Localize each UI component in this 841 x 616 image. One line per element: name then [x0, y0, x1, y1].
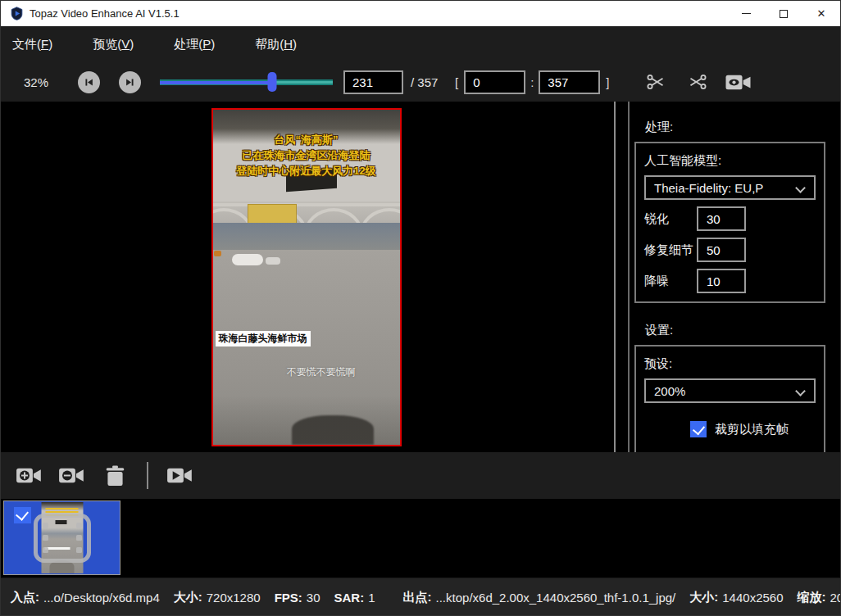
clip-thumbnail[interactable] [3, 500, 120, 575]
app-logo-icon [10, 7, 24, 20]
split-clip-button[interactable] [685, 72, 711, 92]
trim-start-button[interactable] [643, 72, 668, 92]
fps-value: 30 [307, 591, 320, 605]
timeline-toolbar: 32% / 357 [ : ] [1, 62, 840, 102]
preset-value: 200% [654, 384, 685, 398]
window-controls: ✕ [727, 1, 840, 26]
window-title: Topaz Video Enhance AI V1.5.1 [30, 7, 180, 20]
scissors-split-icon [685, 72, 711, 92]
output-size-value: 1440x2560 [722, 591, 783, 605]
skip-to-start-button[interactable] [78, 71, 100, 93]
scene-billboard [248, 204, 297, 224]
preview-button[interactable] [725, 72, 752, 93]
crop-to-fill-label: 裁剪以填充帧 [715, 422, 789, 437]
out-point-value: ...ktop/x6d_2.00x_1440x2560_thf-1.0.1_jp… [436, 591, 676, 605]
title-bar: Topaz Video Enhance AI V1.5.1 ✕ [1, 1, 840, 26]
scale-value: 200% [830, 591, 840, 605]
status-bar: 入点: ...o/Desktop/x6d.mp4 大小: 720x1280 FP… [1, 578, 840, 616]
menu-preview[interactable]: 预览(V) [93, 34, 134, 56]
sharpen-input[interactable] [697, 206, 746, 231]
scene-submerged-car [232, 254, 263, 265]
menu-process[interactable]: 处理(P) [174, 34, 215, 56]
add-video-icon [16, 465, 43, 486]
ai-model-select[interactable]: Theia-Fidelity: EU,P [644, 175, 816, 200]
scissors-cut-icon [643, 72, 668, 92]
fps-label: FPS: [275, 591, 302, 605]
input-size-label: 大小: [174, 590, 202, 605]
timeline-handle[interactable] [267, 72, 276, 92]
scene-debris [214, 251, 221, 256]
menu-bar: 文件(F) 预览(V) 处理(P) 帮助(H) [1, 26, 840, 62]
preset-label: 预设: [644, 356, 816, 372]
video-preview[interactable]: 台风“海高斯” 已在珠海市金湾区沿海登陆 登陆时中心附近最大风力12级 珠海白藤… [211, 108, 402, 446]
app-window: Topaz Video Enhance AI V1.5.1 ✕ 文件(F) 预览… [0, 0, 841, 616]
minimize-button[interactable] [727, 1, 765, 26]
menu-help[interactable]: 帮助(H) [255, 34, 297, 56]
scene-wall [213, 223, 400, 251]
close-button[interactable]: ✕ [802, 1, 840, 26]
range-end-input[interactable] [539, 70, 600, 94]
clip-toolbar [1, 452, 840, 499]
maximize-button[interactable] [765, 1, 802, 26]
scale-label: 缩放: [798, 590, 826, 605]
preview-zoom-level: 32% [24, 75, 53, 89]
video-subtitle: 不要慌不要慌啊 [287, 365, 356, 379]
video-location-label: 珠海白藤头海鲜市场 [216, 331, 311, 346]
skip-to-start-icon [83, 76, 95, 88]
timeline-remaining [272, 81, 333, 84]
close-icon: ✕ [817, 8, 826, 19]
remove-video-icon [58, 465, 85, 486]
process-video-icon [166, 465, 193, 486]
chevron-down-icon [795, 183, 806, 193]
ai-model-label: 人工智能模型: [644, 153, 816, 169]
input-size-value: 720x1280 [207, 591, 261, 605]
scene-submerged-car-2 [266, 257, 280, 265]
minimize-icon [742, 13, 751, 14]
remove-video-button[interactable] [58, 465, 85, 486]
delete-clip-button[interactable] [105, 464, 125, 487]
sar-value: 1 [368, 591, 375, 605]
current-frame-input[interactable] [343, 70, 403, 94]
in-point-label: 入点: [11, 590, 39, 605]
maximize-icon [780, 10, 788, 18]
chevron-down-icon [795, 386, 806, 396]
denoise-input[interactable] [697, 269, 746, 293]
menu-file[interactable]: 文件(F) [12, 34, 52, 56]
settings-group: 预设: 200% 裁剪以填充帧 [634, 345, 825, 452]
range-bracket-open: [ [455, 75, 458, 89]
range-bracket-close: ] [606, 75, 609, 89]
toolbar-divider [147, 462, 148, 489]
add-video-button[interactable] [16, 465, 43, 486]
settings-header: 设置: [634, 323, 825, 338]
ai-model-value: Theia-Fidelity: EU,P [654, 181, 763, 195]
processing-header: 处理: [634, 120, 825, 135]
timeline-slider[interactable] [160, 71, 333, 93]
sharpen-label: 锐化 [644, 211, 697, 227]
skip-to-end-button[interactable] [119, 71, 141, 93]
crop-to-fill-checkbox[interactable] [690, 421, 707, 437]
main-area: 台风“海高斯” 已在珠海市金湾区沿海登陆 登陆时中心附近最大风力12级 珠海白藤… [1, 102, 840, 452]
clip-strip [1, 499, 840, 578]
film-frame-icon [33, 513, 92, 564]
preset-select[interactable]: 200% [644, 378, 816, 403]
settings-panel: 处理: 人工智能模型: Theia-Fidelity: EU,P 锐化 修复细节… [628, 102, 840, 452]
panel-splitter [614, 102, 616, 452]
range-start-input[interactable] [464, 70, 525, 94]
timeline-progress [160, 81, 272, 84]
denoise-label: 降噪 [644, 274, 697, 289]
output-size-label: 大小: [689, 590, 718, 605]
total-frames-label: / 357 [411, 75, 445, 89]
skip-to-end-icon [124, 76, 136, 88]
clip-selected-checkbox[interactable] [14, 507, 31, 523]
restore-detail-input[interactable] [697, 238, 746, 262]
out-point-label: 出点: [403, 590, 432, 605]
restore-detail-label: 修复细节 [644, 242, 697, 258]
range-separator: : [530, 75, 534, 89]
preview-camera-icon [725, 72, 752, 93]
processing-group: 人工智能模型: Theia-Fidelity: EU,P 锐化 修复细节 降噪 [634, 142, 825, 303]
process-video-button[interactable] [166, 465, 193, 486]
preview-viewport: 台风“海高斯” 已在珠海市金湾区沿海登陆 登陆时中心附近最大风力12级 珠海白藤… [1, 102, 628, 452]
in-point-value: ...o/Desktop/x6d.mp4 [43, 591, 160, 605]
trash-icon [105, 464, 125, 487]
sar-label: SAR: [334, 591, 365, 605]
